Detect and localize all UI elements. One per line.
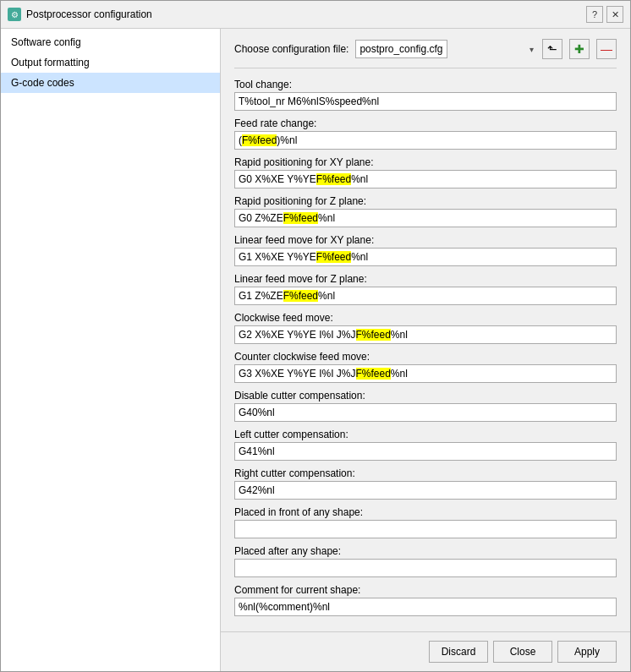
sidebar-item-software-config[interactable]: Software config	[1, 32, 220, 52]
field-label-disable-cutter: Disable cutter compensation:	[234, 390, 617, 402]
export-config-button[interactable]: ⬑	[542, 39, 562, 59]
add-config-button[interactable]: ✚	[569, 39, 590, 59]
field-input-placed-front[interactable]	[234, 520, 617, 538]
field-group-placed-after: Placed after any shape:	[234, 545, 617, 577]
field-label-feed-rate-change: Feed rate change:	[234, 117, 617, 129]
config-file-select[interactable]: postpro_config.cfg	[355, 40, 447, 58]
field-input-disable-cutter[interactable]: G40%nl	[234, 403, 617, 422]
title-bar: ⚙ Postprocessor configuration ? ✕	[1, 1, 630, 29]
field-input-counter-clockwise[interactable]: G3 X%XE Y%YE I%I J%J F%feed%nl	[234, 364, 617, 383]
help-button[interactable]: ?	[586, 6, 603, 23]
app-icon: ⚙	[8, 8, 21, 21]
field-label-linear-xy: Linear feed move for XY plane:	[234, 234, 617, 246]
config-file-label: Choose configuration file:	[234, 43, 348, 55]
field-group-comment-shape: Comment for current shape:%nl(%comment)%…	[234, 584, 617, 616]
field-label-placed-after: Placed after any shape:	[234, 545, 617, 557]
field-input-rapid-z[interactable]: G0 Z%ZE F%feed%nl	[234, 209, 617, 227]
field-input-linear-z[interactable]: G1 Z%ZE F%feed%nl	[234, 287, 617, 305]
field-label-placed-front: Placed in front of any shape:	[234, 506, 617, 518]
config-file-row: Choose configuration file: postpro_confi…	[234, 39, 617, 68]
field-label-linear-z: Linear feed move for Z plane:	[234, 273, 617, 285]
field-input-clockwise[interactable]: G2 X%XE Y%YE I%I J%J F%feed%nl	[234, 325, 617, 344]
field-group-counter-clockwise: Counter clockwise feed move:G3 X%XE Y%YE…	[234, 351, 617, 383]
field-label-tool-change: Tool change:	[234, 79, 617, 90]
field-label-clockwise: Clockwise feed move:	[234, 312, 617, 324]
sidebar-item-output-formatting[interactable]: Output formatting	[1, 52, 220, 73]
field-input-comment-shape[interactable]: %nl(%comment)%nl	[234, 598, 617, 616]
field-input-placed-after[interactable]	[234, 559, 617, 577]
fields-container: Tool change:T%tool_nr M6%nlS%speed%nlFee…	[234, 79, 617, 616]
sidebar-item-gcode-codes[interactable]: G-code codes	[1, 73, 220, 93]
field-group-right-cutter: Right cutter compensation:G42%nl	[234, 467, 617, 500]
field-group-linear-z: Linear feed move for Z plane:G1 Z%ZE F%f…	[234, 273, 617, 305]
field-label-rapid-z: Rapid positioning for Z plane:	[234, 195, 617, 207]
field-label-counter-clockwise: Counter clockwise feed move:	[234, 351, 617, 363]
field-label-left-cutter: Left cutter compensation:	[234, 429, 617, 440]
config-file-select-wrapper: postpro_config.cfg ▾	[355, 40, 535, 58]
footer: Discard Close Apply	[221, 631, 630, 671]
title-bar-left: ⚙ Postprocessor configuration	[8, 8, 152, 21]
field-label-right-cutter: Right cutter compensation:	[234, 467, 617, 479]
close-window-button[interactable]: ✕	[606, 6, 623, 23]
dialog-body: Software configOutput formattingG-code c…	[1, 29, 630, 671]
postprocessor-dialog: ⚙ Postprocessor configuration ? ✕ Softwa…	[0, 0, 631, 672]
field-group-placed-front: Placed in front of any shape:	[234, 506, 617, 538]
field-group-linear-xy: Linear feed move for XY plane:G1 X%XE Y%…	[234, 234, 617, 266]
close-button[interactable]: Close	[493, 641, 552, 663]
field-input-feed-rate-change[interactable]: (F%feed)%nl	[234, 131, 617, 150]
sidebar: Software configOutput formattingG-code c…	[1, 29, 221, 671]
remove-config-button[interactable]: —	[596, 39, 617, 59]
title-buttons: ? ✕	[586, 6, 623, 23]
field-group-clockwise: Clockwise feed move:G2 X%XE Y%YE I%I J%J…	[234, 312, 617, 344]
field-group-rapid-z: Rapid positioning for Z plane:G0 Z%ZE F%…	[234, 195, 617, 227]
field-input-right-cutter[interactable]: G42%nl	[234, 481, 617, 500]
field-group-disable-cutter: Disable cutter compensation:G40%nl	[234, 390, 617, 422]
field-label-rapid-xy: Rapid positioning for XY plane:	[234, 156, 617, 168]
field-input-linear-xy[interactable]: G1 X%XE Y%YE F%feed%nl	[234, 248, 617, 266]
apply-button[interactable]: Apply	[557, 641, 617, 663]
field-input-rapid-xy[interactable]: G0 X%XE Y%YE F%feed%nl	[234, 170, 617, 188]
config-area: Choose configuration file: postpro_confi…	[221, 29, 630, 631]
discard-button[interactable]: Discard	[429, 641, 488, 663]
field-input-left-cutter[interactable]: G41%nl	[234, 442, 617, 461]
field-input-tool-change[interactable]: T%tool_nr M6%nlS%speed%nl	[234, 92, 617, 111]
field-group-rapid-xy: Rapid positioning for XY plane:G0 X%XE Y…	[234, 156, 617, 188]
field-label-comment-shape: Comment for current shape:	[234, 584, 617, 596]
main-content: Choose configuration file: postpro_confi…	[221, 29, 630, 671]
select-arrow-icon: ▾	[529, 45, 534, 54]
dialog-title: Postprocessor configuration	[26, 8, 152, 20]
field-group-left-cutter: Left cutter compensation:G41%nl	[234, 429, 617, 461]
field-group-feed-rate-change: Feed rate change:(F%feed)%nl	[234, 117, 617, 150]
field-group-tool-change: Tool change:T%tool_nr M6%nlS%speed%nl	[234, 79, 617, 111]
